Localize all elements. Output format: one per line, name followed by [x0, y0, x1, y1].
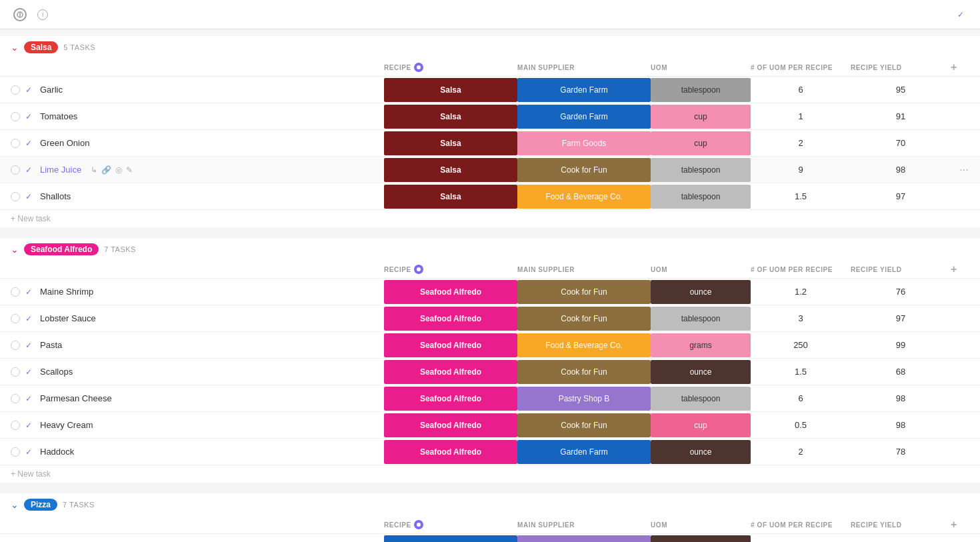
check-icon: ✓ — [25, 192, 35, 201]
task-row-seafood-alfredo-0: ✓ Maine Shrimp Seafood Alfredo Cook for … — [0, 279, 980, 305]
uom-cell: tablespoon — [651, 158, 751, 182]
svg-point-2 — [417, 65, 421, 69]
new-task-row-salsa[interactable]: + New task — [0, 210, 980, 227]
uom-per-recipe-cell: 2 — [751, 138, 851, 148]
uom-per-recipe-cell: 1.2 — [751, 287, 851, 297]
subtask-icon[interactable]: ↳ — [91, 165, 97, 175]
supplier-cell: Garden Farm — [517, 105, 651, 129]
recipe-yield-cell: 68 — [851, 367, 951, 377]
col-add[interactable]: + — [951, 263, 977, 275]
task-row-salsa-3: ✓ Lime Juice ↳ 🔗 ◎ ✎ Salsa Cook for Fun … — [0, 157, 980, 183]
recipe-yield-cell: 91 — [851, 111, 951, 121]
task-checkbox[interactable] — [11, 394, 20, 403]
col-recipe-yield: RECIPE YIELD — [851, 64, 951, 71]
task-row-salsa-0: ✓ Garlic Salsa Garden Farm tablespoon 6 … — [0, 77, 980, 103]
block-icon[interactable]: ◎ — [115, 165, 122, 175]
recipe-cell: Seafood Alfredo — [384, 333, 517, 357]
supplier-cell: Cook for Fun — [517, 360, 651, 384]
supplier-cell: Food & Beverage Co. — [517, 185, 651, 209]
task-name: Maine Shrimp — [40, 287, 93, 297]
link-icon[interactable]: 🔗 — [101, 165, 111, 175]
uom-cell: ounce — [651, 280, 751, 304]
task-row-seafood-alfredo-1: ✓ Lobster Sauce Seafood Alfredo Cook for… — [0, 305, 980, 332]
uom-per-recipe-cell: 1.5 — [751, 191, 851, 201]
recipe-yield-cell: 98 — [851, 165, 951, 175]
task-checkbox[interactable] — [11, 85, 20, 95]
uom-per-recipe-cell: 250 — [751, 340, 851, 350]
col-recipe: RECIPE — [384, 520, 517, 529]
task-name-cell: ✓ Shallots — [11, 186, 384, 207]
uom-cell: cup — [651, 131, 751, 155]
col-supplier: MAIN SUPPLIER — [517, 64, 651, 71]
uom-cell: tablespoon — [651, 387, 751, 411]
group-tag-salsa: Salsa — [24, 41, 58, 53]
task-row-salsa-2: ✓ Green Onion Salsa Farm Goods cup 2 70 — [0, 130, 980, 157]
supplier-cell: Cook for Fun — [517, 413, 651, 437]
group-tasks-count-seafood-alfredo: 7 TASKS — [104, 245, 136, 253]
recipe-yield-cell: 98 — [851, 420, 951, 430]
uom-cell: tablespoon — [651, 307, 751, 331]
recipe-col-icon — [414, 520, 423, 529]
task-name-cell: ✓ Scallops — [11, 361, 384, 382]
uom-cell: ounce — [651, 360, 751, 384]
task-checkbox[interactable] — [11, 421, 20, 430]
group-header-salsa: ⌄ Salsa 5 TASKS — [0, 36, 980, 59]
task-name-cell: ✓ Heavy Cream — [11, 415, 384, 435]
show-closed-button[interactable]: ✓ — [957, 10, 967, 19]
new-task-button[interactable] — [53, 12, 64, 17]
check-icon: ✓ — [25, 165, 35, 175]
recipe-cell: Salsa — [384, 78, 517, 102]
recipe-yield-cell: 99 — [851, 340, 951, 350]
check-icon: ✓ — [25, 341, 35, 350]
task-name: Green Onion — [40, 138, 89, 148]
supplier-cell: Baking Shop A — [517, 535, 651, 543]
chevron-button-salsa[interactable]: ⌄ — [11, 42, 19, 53]
task-name-cell: ✓ Green Onion — [11, 133, 384, 153]
task-name: Heavy Cream — [40, 420, 93, 430]
recipe-cell: Salsa — [384, 131, 517, 155]
task-checkbox[interactable] — [11, 139, 20, 148]
col-recipe-yield: RECIPE YIELD — [851, 521, 951, 529]
task-checkbox[interactable] — [11, 287, 20, 297]
task-checkbox[interactable] — [11, 447, 20, 457]
col-add[interactable]: + — [951, 519, 977, 531]
uom-per-recipe-cell: 1 — [751, 111, 851, 121]
task-checkbox[interactable] — [11, 314, 20, 323]
row-more-button[interactable]: ··· — [951, 164, 977, 176]
uom-cell: ounce — [651, 440, 751, 464]
check-icon: ✓ — [25, 112, 35, 121]
task-name[interactable]: Lime Juice — [40, 165, 81, 175]
group-tag-pizza: Pizza — [24, 499, 57, 511]
chevron-button-seafood-alfredo[interactable]: ⌄ — [11, 244, 19, 255]
uom-per-recipe-cell: 2 — [751, 447, 851, 457]
task-checkbox[interactable] — [11, 341, 20, 350]
task-name: Haddock — [40, 447, 74, 457]
recipe-yield-cell: 97 — [851, 191, 951, 201]
recipe-cell: Seafood Alfredo — [384, 360, 517, 384]
task-row-seafood-alfredo-6: ✓ Haddock Seafood Alfredo Garden Farm ou… — [0, 439, 980, 465]
chevron-button-pizza[interactable]: ⌄ — [11, 499, 19, 510]
group-section-salsa: ⌄ Salsa 5 TASKS RECIPE MAIN SUPPLIER UOM… — [0, 36, 980, 227]
task-row-salsa-1: ✓ Tomatoes Salsa Garden Farm cup 1 91 — [0, 103, 980, 130]
col-uom-per-recipe: # OF UOM PER RECIPE — [751, 64, 851, 71]
info-icon[interactable]: i — [37, 9, 48, 20]
recipe-yield-cell: 78 — [851, 447, 951, 457]
columns-header-salsa: RECIPE MAIN SUPPLIER UOM # OF UOM PER RE… — [0, 59, 980, 77]
edit-icon[interactable]: ✎ — [126, 165, 133, 175]
col-add[interactable]: + — [951, 61, 977, 73]
task-checkbox[interactable] — [11, 165, 20, 175]
uom-per-recipe-cell: 1.5 — [751, 367, 851, 377]
task-checkbox[interactable] — [11, 112, 20, 121]
recipe-cell: Salsa — [384, 185, 517, 209]
svg-point-3 — [417, 267, 421, 271]
main-content: ⌄ Salsa 5 TASKS RECIPE MAIN SUPPLIER UOM… — [0, 29, 980, 542]
task-checkbox[interactable] — [11, 367, 20, 377]
task-name-cell: ✓ Haddock — [11, 441, 384, 462]
supplier-cell: Garden Farm — [517, 440, 651, 464]
col-uom-per-recipe: # OF UOM PER RECIPE — [751, 521, 851, 529]
new-task-row-seafood-alfredo[interactable]: + New task — [0, 465, 980, 483]
check-icon: ✓ — [25, 394, 35, 403]
recipe-yield-cell: 98 — [851, 393, 951, 403]
group-tasks-count-salsa: 5 TASKS — [63, 43, 95, 51]
task-checkbox[interactable] — [11, 192, 20, 201]
